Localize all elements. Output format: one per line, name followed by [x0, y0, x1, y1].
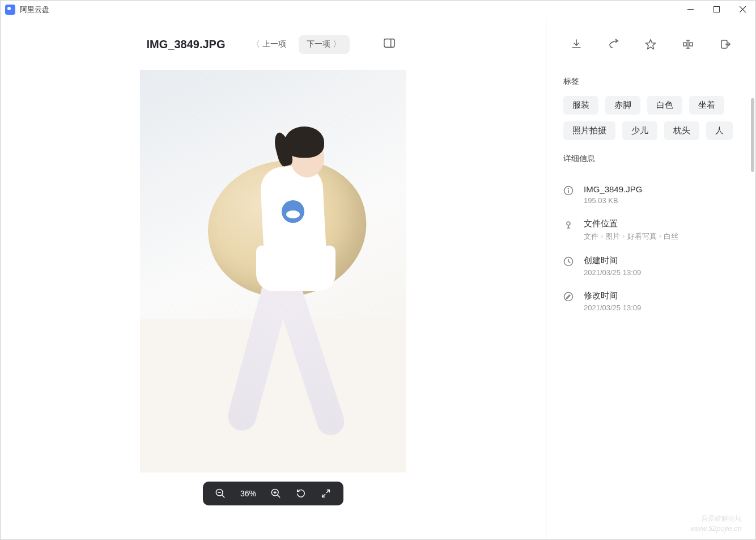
- svg-line-10: [326, 490, 329, 493]
- image-viewer: IMG_3849.JPG 〈 上一项 下一项 〉: [1, 19, 546, 539]
- svg-rect-0: [713, 7, 719, 12]
- zoom-out-icon: [215, 488, 226, 499]
- details-section: 详细信息: [546, 147, 755, 180]
- rotate-icon: [296, 488, 306, 499]
- svg-rect-1: [384, 39, 394, 48]
- window-controls: [677, 1, 755, 19]
- next-button[interactable]: 下一项 〉: [299, 35, 350, 54]
- close-button[interactable]: [729, 1, 755, 19]
- detail-created-value: 2021/03/25 13:09: [584, 268, 738, 277]
- detail-modified-value: 2021/03/25 13:09: [584, 303, 738, 312]
- detail-created: 创建时间 2021/03/25 13:09: [563, 255, 738, 277]
- zoom-in-button[interactable]: [271, 488, 281, 499]
- zoom-percent: 36%: [240, 489, 256, 498]
- detail-filename: IMG_3849.JPG 195.03 KB: [563, 184, 738, 205]
- edit-icon: [563, 292, 575, 303]
- tag-item[interactable]: 服装: [563, 96, 598, 115]
- chevron-left-icon: 〈: [251, 39, 260, 50]
- tag-item[interactable]: 人: [706, 121, 733, 140]
- tag-item[interactable]: 坐着: [689, 96, 724, 115]
- app-window: 阿里云盘 IMG_3849.JPG 〈 上一项: [0, 0, 756, 540]
- zoom-out-button[interactable]: [215, 488, 226, 499]
- breadcrumb[interactable]: 文件› 图片› 好看写真› 白丝: [584, 231, 738, 242]
- viewer-body: 36%: [1, 70, 546, 539]
- svg-point-15: [568, 188, 569, 189]
- nav-controls: 〈 上一项 下一项 〉: [243, 35, 350, 54]
- tags-section: 标签 服装 赤脚 白色 坐着 照片拍摄 少儿 枕头 人: [546, 70, 755, 147]
- minimize-button[interactable]: [677, 1, 703, 19]
- tag-item[interactable]: 白色: [647, 96, 682, 115]
- favorite-button[interactable]: [638, 32, 663, 57]
- fullscreen-button[interactable]: [321, 488, 331, 499]
- share-icon: [608, 39, 619, 50]
- logout-icon: [720, 39, 731, 50]
- prev-button[interactable]: 〈 上一项: [243, 35, 294, 54]
- tag-item[interactable]: 少儿: [622, 121, 657, 140]
- panel-icon: [384, 38, 395, 48]
- detail-location: 文件位置 文件› 图片› 好看写真› 白丝: [563, 218, 738, 242]
- detail-modified-label: 修改时间: [584, 290, 738, 301]
- scrollbar-thumb[interactable]: [751, 98, 754, 172]
- watermark-url: www.52pojie.cn: [691, 524, 742, 533]
- details-sidebar: 标签 服装 赤脚 白色 坐着 照片拍摄 少儿 枕头 人 详细信息: [546, 19, 755, 539]
- svg-point-16: [567, 222, 570, 225]
- tag-item[interactable]: 赤脚: [605, 96, 640, 115]
- detail-filesize-value: 195.03 KB: [584, 196, 738, 205]
- detail-filename-value: IMG_3849.JPG: [584, 184, 738, 194]
- titlebar: 阿里云盘: [1, 1, 755, 19]
- tags-list: 服装 赤脚 白色 坐着 照片拍摄 少儿 枕头 人: [563, 96, 738, 140]
- detail-created-label: 创建时间: [584, 255, 738, 266]
- watermark-text: 吾爱破解论坛: [701, 514, 742, 524]
- tag-item[interactable]: 枕头: [664, 121, 699, 140]
- app-logo-icon: [5, 5, 15, 15]
- zoom-toolbar: 36%: [203, 482, 343, 505]
- action-bar: [546, 19, 755, 70]
- rotate-button[interactable]: [296, 488, 306, 499]
- detail-location-label: 文件位置: [584, 218, 738, 229]
- window-title: 阿里云盘: [20, 5, 49, 15]
- details-title: 详细信息: [563, 154, 738, 164]
- svg-line-7: [278, 495, 281, 498]
- svg-line-11: [322, 494, 325, 497]
- sidebar-toggle-button[interactable]: [379, 33, 400, 55]
- download-icon: [571, 39, 582, 50]
- rename-button[interactable]: [676, 32, 700, 57]
- viewer-header: IMG_3849.JPG 〈 上一项 下一项 〉: [1, 19, 546, 70]
- svg-line-4: [222, 495, 225, 498]
- image-preview[interactable]: [140, 70, 406, 472]
- page-title: IMG_3849.JPG: [147, 38, 226, 51]
- detail-modified: 修改时间 2021/03/25 13:09: [563, 290, 738, 312]
- tag-item[interactable]: 照片拍摄: [563, 121, 615, 140]
- info-icon: [563, 185, 575, 197]
- download-button[interactable]: [564, 32, 589, 57]
- location-icon: [563, 220, 575, 231]
- expand-icon: [321, 488, 331, 499]
- rename-icon: [682, 39, 694, 50]
- share-button[interactable]: [601, 32, 626, 57]
- more-button[interactable]: [713, 32, 738, 57]
- tags-title: 标签: [563, 77, 738, 87]
- star-icon: [645, 39, 656, 50]
- detail-list: IMG_3849.JPG 195.03 KB 文件位置 文件› 图片› 好看写真…: [546, 180, 755, 317]
- clock-icon: [563, 256, 575, 268]
- maximize-button[interactable]: [703, 1, 729, 19]
- content-area: IMG_3849.JPG 〈 上一项 下一项 〉: [1, 19, 755, 539]
- chevron-right-icon: 〉: [333, 39, 342, 50]
- zoom-in-icon: [271, 488, 281, 499]
